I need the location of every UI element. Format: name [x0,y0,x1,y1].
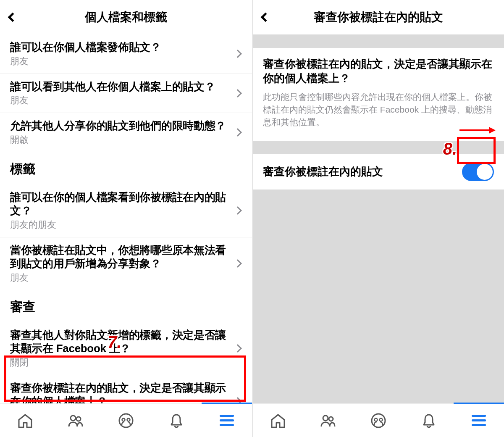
svg-point-8 [374,418,377,421]
chevron-right-icon [234,259,242,268]
chevron-left-icon [261,13,270,22]
header: 個人檔案和標籤 [0,0,252,34]
row-value: 朋友 [10,271,229,284]
groups-icon [118,412,134,429]
disclosure [229,90,246,96]
screen-review-tagged: 審查你被標註在內的貼文 審查你被標註在內的貼文，決定是否讓其顯示在你的個人檔案上… [252,0,504,437]
tab-menu[interactable] [454,404,504,437]
header: 審查你被標註在內的貼文 [253,0,504,34]
row-value: 朋友的朋友 [10,218,229,231]
row-title: 誰可以在你個人檔案發佈貼文？ [10,40,229,54]
toggle-thumb [477,164,493,180]
disclosure [229,51,246,57]
disclosure [229,208,246,213]
tab-home[interactable] [253,404,303,437]
chevron-right-icon [234,89,242,97]
bell-icon [420,412,437,429]
row-value: 開啟 [10,134,229,146]
section-header-review: 審查 [0,290,252,322]
active-tab-indicator [454,403,504,404]
svg-point-5 [323,416,328,421]
row-title: 當你被標註在貼文中，你想將哪些原本無法看到貼文的用戶新增為分享對象？ [10,243,229,271]
svg-point-6 [329,417,333,421]
review-toggle[interactable] [462,163,494,181]
toggle-label: 審查你被標註在內的貼文 [263,164,462,179]
tab-friends[interactable] [50,404,101,437]
row-title: 審查其他人對你貼文新增的標籤，決定是否讓其顯示在 Facebook 上？ [10,328,229,355]
settings-list[interactable]: 誰可以在你個人檔案發佈貼文？ 朋友 誰可以看到其他人在你個人檔案上的貼文？ 朋友… [0,34,252,403]
setting-row-post-on-profile[interactable]: 誰可以在你個人檔案發佈貼文？ 朋友 [0,34,252,74]
tab-notifications[interactable] [404,404,454,437]
svg-point-7 [372,414,385,427]
row-value: 關閉 [10,356,229,369]
info-title: 審查你被標註在內的貼文，決定是否讓其顯示在你的個人檔案上？ [263,57,494,86]
home-icon [270,412,286,429]
chevron-right-icon [234,50,242,58]
row-title: 允許其他人分享你的貼文到他們的限時動態？ [10,119,229,133]
setting-row-tag-audience[interactable]: 當你被標註在貼文中，你想將哪些原本無法看到貼文的用戶新增為分享對象？ 朋友 [0,237,252,290]
chevron-left-icon [8,13,18,22]
svg-point-1 [76,417,81,421]
disclosure [229,261,246,266]
chevron-right-icon [234,206,242,215]
spacer [253,141,504,154]
setting-row-share-to-stories[interactable]: 允許其他人分享你的貼文到他們的限時動態？ 開啟 [0,113,252,152]
page-title: 個人檔案和標籤 [0,9,252,25]
back-button[interactable] [253,14,278,21]
menu-icon [472,412,486,429]
tab-groups[interactable] [353,404,404,437]
info-card: 審查你被標註在內的貼文，決定是否讓其顯示在你的個人檔案上？ 此功能只會控制哪些內… [253,48,504,141]
friends-icon [320,412,336,429]
svg-point-9 [379,418,382,421]
info-description: 此功能只會控制哪些內容允許出現在你的個人檔案上。你被標註在內的貼文仍然會顯示在 … [263,91,494,129]
tab-friends[interactable] [303,404,354,437]
svg-point-0 [71,416,76,421]
friends-icon [67,412,84,429]
svg-point-4 [127,418,130,421]
section-header-tags: 標籤 [0,152,252,184]
tab-bar [0,403,252,437]
tab-menu[interactable] [202,404,252,437]
menu-icon [220,412,234,429]
chevron-right-icon [234,128,242,137]
back-button[interactable] [0,14,25,21]
disclosure [229,129,246,135]
setting-row-review-tags-on-posts[interactable]: 審查其他人對你貼文新增的標籤，決定是否讓其顯示在 Facebook 上？ 關閉 [0,322,252,375]
tab-home[interactable] [0,404,50,437]
active-tab-indicator [202,403,252,404]
row-value: 朋友 [10,55,229,68]
screen-profile-tags: 個人檔案和標籤 誰可以在你個人檔案發佈貼文？ 朋友 誰可以看到其他人在你個人檔案… [0,0,252,437]
row-title: 審查你被標註在內的貼文，決定是否讓其顯示在你的個人檔案上？ [10,381,229,404]
toggle-row-review-tagged: 審查你被標註在內的貼文 [253,154,504,190]
spacer [253,34,504,48]
setting-row-review-tagged-posts[interactable]: 審查你被標註在內的貼文，決定是否讓其顯示在你的個人檔案上？ 關閉 [0,375,252,404]
setting-row-who-sees-tagged[interactable]: 誰可以在你的個人檔案看到你被標註在內的貼文？ 朋友的朋友 [0,184,252,237]
page-title: 審查你被標註在內的貼文 [253,9,504,25]
tab-bar [253,403,504,437]
svg-point-2 [119,414,133,427]
bell-icon [168,412,185,429]
disclosure [229,345,246,351]
row-title: 誰可以看到其他人在你個人檔案上的貼文？ [10,80,229,94]
tab-groups[interactable] [101,404,151,437]
empty-area [253,190,504,403]
setting-row-see-others-posts[interactable]: 誰可以看到其他人在你個人檔案上的貼文？ 朋友 [0,74,252,113]
row-title: 誰可以在你的個人檔案看到你被標註在內的貼文？ [10,190,229,218]
home-icon [17,412,34,429]
tab-notifications[interactable] [151,404,202,437]
groups-icon [370,412,387,429]
row-value: 朋友 [10,94,229,107]
svg-point-3 [122,418,125,421]
chevron-right-icon [234,344,242,353]
